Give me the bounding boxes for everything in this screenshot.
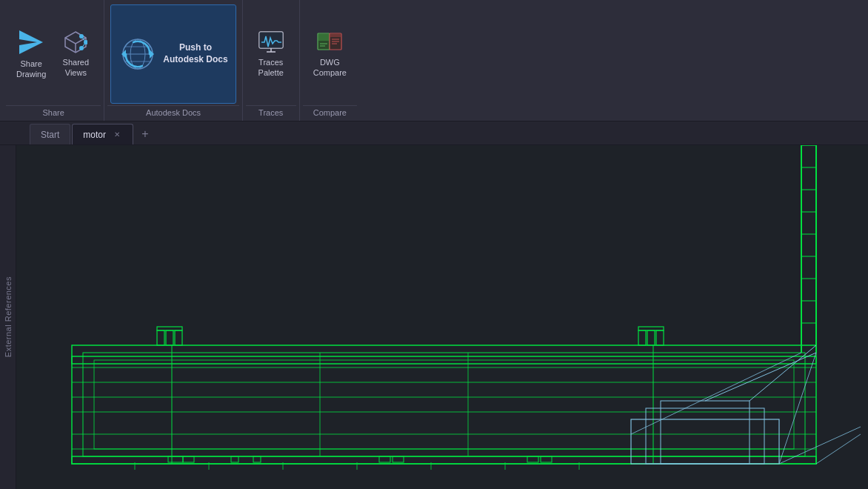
dwg-compare-label: DWGCompare — [313, 57, 347, 79]
share-drawing-label: ShareDrawing — [16, 59, 46, 80]
traces-buttons: TracesPalette — [246, 0, 296, 105]
share-drawing-icon — [18, 29, 44, 56]
dwg-compare-button[interactable]: DWGCompare — [306, 26, 354, 83]
traces-section: TracesPalette Traces — [243, 0, 300, 121]
external-references-label: External References — [4, 276, 13, 357]
autodesk-docs-section: Push toAutodesk Docs Autodesk Docs — [104, 0, 242, 121]
shared-views-button[interactable]: SharedViews — [53, 26, 98, 83]
push-to-autodesk-icon — [118, 35, 157, 73]
side-panel: External References — [0, 145, 16, 489]
traces-palette-button[interactable]: TracesPalette — [249, 26, 293, 83]
svg-rect-20 — [318, 34, 329, 41]
tab-motor-label: motor — [83, 130, 106, 140]
share-buttons: ShareDrawing — [6, 0, 101, 105]
tab-motor[interactable]: motor ✕ — [72, 124, 133, 144]
shared-views-icon — [64, 30, 87, 54]
push-to-autodesk-button[interactable]: Push toAutodesk Docs — [110, 4, 236, 104]
traces-section-label: Traces — [246, 105, 296, 121]
compare-buttons: DWGCompare — [303, 0, 357, 105]
cad-drawing-svg — [16, 145, 868, 489]
svg-rect-22 — [330, 34, 341, 37]
compare-icon — [316, 30, 343, 54]
traces-palette-label: TracesPalette — [258, 57, 284, 79]
svg-rect-28 — [24, 145, 861, 489]
compare-section: DWGCompare Compare — [300, 0, 360, 121]
svg-marker-0 — [19, 30, 43, 54]
tab-start[interactable]: Start — [30, 124, 70, 144]
shared-views-label: SharedViews — [63, 57, 89, 79]
autodesk-docs-buttons: Push toAutodesk Docs — [107, 0, 238, 105]
traces-icon — [258, 30, 284, 54]
share-drawing-button[interactable]: ShareDrawing — [9, 24, 53, 84]
tab-start-label: Start — [41, 130, 59, 140]
share-section: ShareDrawing — [3, 0, 104, 121]
compare-section-label: Compare — [303, 105, 357, 121]
main-area: External References — [0, 145, 868, 489]
tab-add-button[interactable]: + — [135, 124, 156, 144]
push-to-autodesk-label: Push toAutodesk Docs — [163, 42, 227, 65]
autodesk-docs-section-label: Autodesk Docs — [107, 105, 238, 121]
tabs-bar: Start motor ✕ + — [0, 122, 868, 145]
share-section-label: Share — [6, 105, 101, 121]
tab-motor-close[interactable]: ✕ — [112, 130, 122, 140]
toolbar: ShareDrawing — [0, 0, 868, 122]
drawing-canvas[interactable] — [16, 145, 868, 489]
